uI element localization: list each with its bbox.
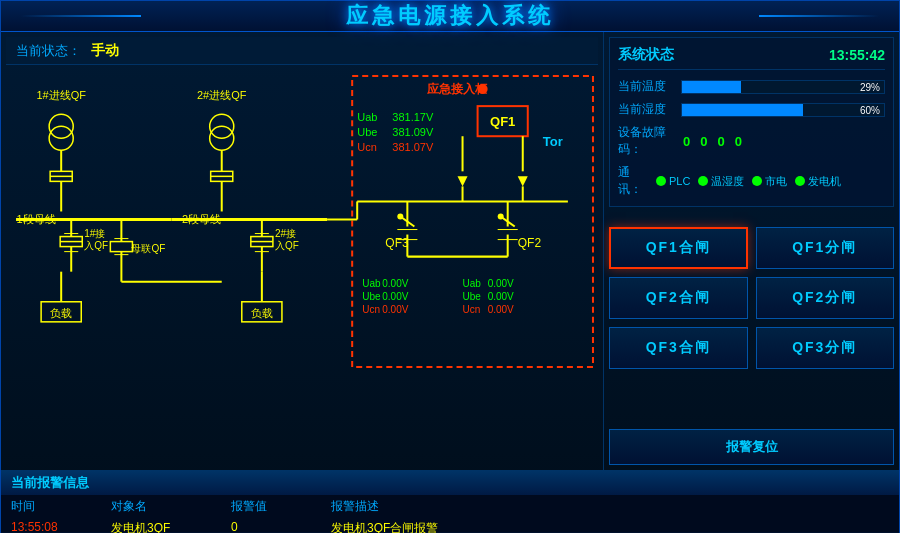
svg-text:2#进线QF: 2#进线QF [197, 89, 247, 101]
svg-text:Ube: Ube [362, 291, 381, 302]
main-title: 应急电源接入系统 [346, 1, 554, 31]
humidity-value: 60% [860, 104, 880, 115]
svg-point-67 [397, 213, 403, 219]
comm-grid: 市电 [752, 174, 787, 189]
right-panel: 系统状态 13:55:42 当前温度 29% 当前湿度 60% [604, 32, 899, 470]
humidity-fill [682, 104, 803, 116]
svg-text:负载: 负载 [251, 307, 273, 319]
humidity-progress: 60% [681, 103, 885, 117]
comm-gen-label: 发电机 [808, 174, 841, 189]
col-val-header: 报警值 [231, 498, 311, 515]
svg-text:入QF: 入QF [84, 240, 108, 251]
title-bar: 应急电源接入系统 [1, 1, 899, 32]
svg-point-74 [498, 213, 504, 219]
error-val-2: 0 [700, 134, 707, 149]
bus1-label: 1#进线QF [36, 89, 86, 101]
qf1-close-button[interactable]: QF1合闸 [609, 227, 748, 269]
humidity-label: 当前湿度 [618, 101, 673, 118]
comm-plc: PLC [656, 175, 690, 187]
comm-grid-label: 市电 [765, 174, 787, 189]
svg-text:母联QF: 母联QF [131, 243, 165, 254]
alarm-row: 13:55:08 发电机3QF 0 发电机3QF合闸报警 [1, 518, 899, 533]
svg-point-48 [478, 84, 488, 94]
app-container: 应急电源接入系统 当前状态： 手动 1#进线QF [0, 0, 900, 533]
svg-text:381.09V: 381.09V [392, 126, 434, 138]
error-codes-row: 设备故障码： 0 0 0 0 [618, 124, 885, 158]
svg-text:QF1: QF1 [490, 114, 515, 129]
sys-status-title: 系统状态 [618, 46, 674, 64]
qf3-open-button[interactable]: QF3分闸 [756, 327, 895, 369]
svg-text:2#接: 2#接 [275, 228, 296, 239]
status-label: 当前状态： [16, 42, 81, 60]
svg-text:0.00V: 0.00V [488, 304, 514, 315]
svg-text:0.00V: 0.00V [488, 291, 514, 302]
alarm-header-text: 当前报警信息 [11, 474, 89, 492]
col-obj-header: 对象名 [111, 498, 211, 515]
svg-text:Ucn: Ucn [362, 304, 380, 315]
alarm-panel: 当前报警信息 时间 对象名 报警值 报警描述 13:55:08 发电机3QF 0… [1, 470, 899, 533]
comm-temp-label: 温湿度 [711, 174, 744, 189]
report-reset-button[interactable]: 报警复位 [609, 429, 894, 465]
qf3-close-button[interactable]: QF3合闸 [609, 327, 748, 369]
svg-text:QF3: QF3 [385, 236, 409, 250]
alarm-obj: 发电机3QF [111, 520, 211, 533]
comm-temp: 温湿度 [698, 174, 744, 189]
svg-text:0.00V: 0.00V [382, 278, 408, 289]
svg-text:Ube: Ube [463, 291, 482, 302]
comm-gen-dot [795, 176, 805, 186]
svg-text:0.00V: 0.00V [488, 278, 514, 289]
comm-row: 通 讯： PLC 温湿度 市电 发电机 [618, 164, 885, 198]
svg-text:Ucn: Ucn [463, 304, 481, 315]
status-value: 手动 [91, 42, 119, 60]
svg-text:入QF: 入QF [275, 240, 299, 251]
svg-text:Ube: Ube [357, 126, 377, 138]
col-desc-header: 报警描述 [331, 498, 379, 515]
system-time: 13:55:42 [829, 47, 885, 63]
temp-progress: 29% [681, 80, 885, 94]
control-buttons: QF1合闸 QF1分闸 QF2合闸 QF2分闸 QF3合闸 QF3分闸 [609, 222, 894, 419]
status-bar: 当前状态： 手动 [6, 37, 598, 65]
comm-plc-label: PLC [669, 175, 690, 187]
svg-text:QF2: QF2 [518, 236, 542, 250]
diagram-panel: 当前状态： 手动 1#进线QF [1, 32, 604, 470]
svg-text:1#接: 1#接 [84, 228, 105, 239]
svg-text:负载: 负载 [50, 307, 72, 319]
alarm-table-header: 时间 对象名 报警值 报警描述 [1, 495, 899, 518]
alarm-header: 当前报警信息 [1, 471, 899, 495]
svg-rect-0 [6, 71, 598, 462]
alarm-val: 0 [231, 520, 311, 533]
temp-value: 29% [860, 81, 880, 92]
sys-status-header: 系统状态 13:55:42 [618, 46, 885, 70]
diagram-area: 1#进线QF 1段母线 1# [6, 70, 598, 463]
svg-text:0.00V: 0.00V [382, 304, 408, 315]
qf2-close-button[interactable]: QF2合闸 [609, 277, 748, 319]
qf1-open-button[interactable]: QF1分闸 [756, 227, 895, 269]
comm-temp-dot [698, 176, 708, 186]
col-time-header: 时间 [11, 498, 91, 515]
qf2-open-button[interactable]: QF2分闸 [756, 277, 895, 319]
alarm-desc: 发电机3QF合闸报警 [331, 520, 889, 533]
humidity-row: 当前湿度 60% [618, 101, 885, 118]
comm-gen: 发电机 [795, 174, 841, 189]
circuit-diagram: 1#进线QF 1段母线 1# [6, 70, 598, 463]
temp-row: 当前温度 29% [618, 78, 885, 95]
comm-grid-dot [752, 176, 762, 186]
error-label: 设备故障码： [618, 124, 673, 158]
svg-text:0.00V: 0.00V [382, 291, 408, 302]
error-val-3: 0 [717, 134, 724, 149]
svg-text:Uab: Uab [357, 111, 377, 123]
alarm-time: 13:55:08 [11, 520, 91, 533]
svg-text:Tor: Tor [543, 134, 563, 149]
svg-text:Uab: Uab [463, 278, 482, 289]
svg-text:Ucn: Ucn [357, 141, 377, 153]
temp-label: 当前温度 [618, 78, 673, 95]
temp-fill [682, 81, 741, 93]
main-content: 当前状态： 手动 1#进线QF [1, 32, 899, 470]
comm-plc-dot [656, 176, 666, 186]
error-val-1: 0 [683, 134, 690, 149]
error-val-4: 0 [735, 134, 742, 149]
svg-text:Uab: Uab [362, 278, 381, 289]
svg-text:381.17V: 381.17V [392, 111, 434, 123]
comm-label: 通 讯： [618, 164, 648, 198]
system-status: 系统状态 13:55:42 当前温度 29% 当前湿度 60% [609, 37, 894, 207]
